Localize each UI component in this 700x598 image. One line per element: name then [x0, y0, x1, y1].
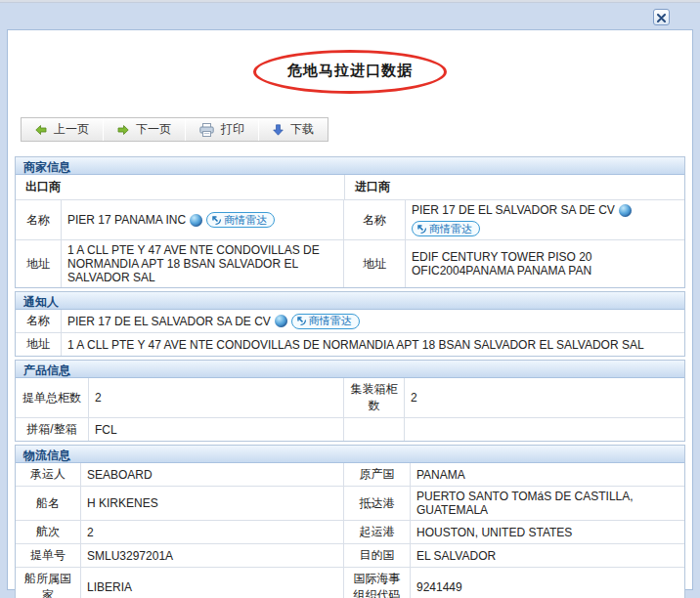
notify-address-value: 1 A CLL PTE Y 47 AVE NTE CONDOVILLAS DE …: [62, 333, 684, 356]
bl-total-value: 2: [89, 378, 344, 417]
detail-sections: 商家信息 出口商 进口商 名称 PIER 17 PANAMA INC 商情雷达 …: [15, 156, 685, 598]
imo-code-label: 国际海事组织代码: [344, 568, 411, 598]
arrival-port-label: 抵达港: [344, 487, 411, 520]
lcl-fcl-label: 拼箱/整箱: [16, 418, 89, 441]
globe-icon[interactable]: [275, 315, 287, 327]
radar-icon: [211, 215, 222, 226]
empty-value-cell: [405, 418, 684, 441]
importer-name-value: PIER 17 DE EL SALVADOR SA DE CV 商情雷达: [406, 200, 684, 239]
importer-name-label: 名称: [344, 200, 406, 239]
window-titlebar: [0, 3, 700, 29]
business-radar-badge[interactable]: 商情雷达: [412, 221, 480, 236]
globe-icon[interactable]: [190, 214, 202, 227]
vessel-flag-label: 船所属国家: [16, 568, 81, 598]
departure-port-value: HOUSTON, UNITED STATES: [411, 521, 684, 543]
close-icon: [657, 9, 666, 26]
arrival-port-value: PUERTO SANTO TOMáS DE CASTILLA, GUATEMAL…: [411, 487, 684, 520]
section-product-info: 产品信息 提单总柜数 2 集装箱柜数 2 拼箱/整箱 FCL: [15, 360, 685, 442]
notify-address-label: 地址: [16, 333, 62, 356]
logistics-row: 航次 2 起运港 HOUSTON, UNITED STATES: [16, 521, 684, 544]
lcl-fcl-row: 拼箱/整箱 FCL: [16, 418, 684, 441]
bl-number-value: SMLU3297201A: [81, 544, 344, 567]
exporter-name-value: PIER 17 PANAMA INC 商情雷达: [62, 200, 344, 239]
notify-section-header: 通知人: [16, 292, 684, 310]
exporter-address-label: 地址: [16, 240, 62, 287]
logistics-row: 船名 H KIRKENES 抵达港 PUERTO SANTO TOMáS DE …: [16, 487, 684, 521]
notify-name-value: PIER 17 DE EL SALVADOR SA DE CV 商情雷达: [62, 310, 684, 332]
logistics-row: 提单号 SMLU3297201A 目的国 EL SALVADOR: [16, 544, 684, 568]
logistics-section-header: 物流信息: [16, 446, 684, 463]
vessel-name-label: 船名: [16, 487, 81, 520]
business-radar-badge[interactable]: 商情雷达: [206, 212, 275, 228]
exporter-name-label: 名称: [16, 200, 62, 239]
print-button[interactable]: 打印: [186, 118, 258, 141]
bl-number-label: 提单号: [16, 544, 81, 567]
merchant-section-header: 商家信息: [16, 157, 684, 175]
prev-page-label: 上一页: [54, 121, 89, 138]
notify-name-row: 名称 PIER 17 DE EL SALVADOR SA DE CV 商情雷达: [16, 310, 684, 333]
section-notify-party: 通知人 名称 PIER 17 DE EL SALVADOR SA DE CV 商…: [15, 291, 685, 357]
merchant-name-row: 名称 PIER 17 PANAMA INC 商情雷达 名称 PIER 17 DE…: [16, 200, 684, 240]
close-button[interactable]: [653, 9, 670, 25]
exporter-header: 出口商: [16, 175, 345, 199]
notify-name-label: 名称: [16, 310, 62, 332]
red-ellipse-annotation: 危地马拉进口数据: [253, 50, 447, 94]
bl-total-label: 提单总柜数: [16, 378, 89, 417]
destination-country-value: EL SALVADOR: [411, 544, 684, 567]
destination-country-label: 目的国: [344, 544, 411, 567]
logistics-row: 承运人 SEABOARD 原产国 PANAMA: [16, 463, 684, 487]
prev-page-button[interactable]: 上一页: [22, 118, 103, 141]
vessel-name-value: H KIRKENES: [81, 487, 344, 520]
next-page-label: 下一页: [136, 121, 171, 138]
radar-icon: [296, 316, 307, 326]
logistics-row: 船所属国家 LIBERIA 国际海事组织代码 9241449: [16, 568, 684, 598]
importer-address-value: EDIF CENTURY TOWER PISO 20 OFIC2004PANAM…: [406, 240, 684, 287]
toolbar: 上一页 下一页 打印 下载: [21, 117, 328, 142]
globe-icon[interactable]: [619, 204, 632, 217]
dialog-body: 危地马拉进口数据 上一页 下一页: [7, 29, 693, 590]
container-count-label: 集装箱柜数: [344, 378, 405, 417]
vessel-flag-value: LIBERIA: [81, 568, 344, 598]
carrier-label: 承运人: [16, 463, 81, 486]
carrier-value: SEABOARD: [81, 463, 344, 486]
section-logistics-info: 物流信息 承运人 SEABOARD 原产国 PANAMA 船名 H KIRKEN…: [15, 445, 685, 598]
download-label: 下载: [290, 121, 314, 138]
title-area: 危地马拉进口数据: [15, 50, 685, 94]
business-radar-badge[interactable]: 商情雷达: [291, 314, 360, 329]
next-page-button[interactable]: 下一页: [104, 118, 185, 141]
merchant-subheader-row: 出口商 进口商: [16, 175, 684, 200]
printer-icon: [199, 123, 214, 137]
download-button[interactable]: 下载: [259, 118, 328, 141]
voyage-label: 航次: [16, 521, 81, 543]
importer-header: 进口商: [345, 175, 684, 199]
section-merchant-info: 商家信息 出口商 进口商 名称 PIER 17 PANAMA INC 商情雷达 …: [15, 156, 685, 288]
page-title: 危地马拉进口数据: [287, 62, 413, 78]
origin-country-label: 原产国: [344, 463, 411, 486]
exporter-address-value: 1 A CLL PTE Y 47 AVE NTE CONDOVILLAS DE …: [62, 240, 344, 287]
product-section-header: 产品信息: [16, 361, 684, 378]
imo-code-value: 9241449: [411, 568, 684, 598]
origin-country-value: PANAMA: [411, 463, 684, 486]
product-counts-row: 提单总柜数 2 集装箱柜数 2: [16, 378, 684, 418]
lcl-fcl-value: FCL: [89, 418, 344, 441]
importer-address-label: 地址: [344, 240, 406, 287]
radar-icon: [416, 224, 427, 235]
green-left-arrow-icon: [35, 124, 47, 136]
merchant-address-row: 地址 1 A CLL PTE Y 47 AVE NTE CONDOVILLAS …: [16, 240, 684, 287]
print-label: 打印: [221, 121, 244, 138]
blue-down-arrow-icon: [273, 124, 284, 136]
notify-address-row: 地址 1 A CLL PTE Y 47 AVE NTE CONDOVILLAS …: [16, 333, 684, 356]
empty-label-cell: [344, 418, 405, 441]
container-count-value: 2: [405, 378, 684, 417]
voyage-value: 2: [81, 521, 344, 543]
departure-port-label: 起运港: [344, 521, 411, 543]
green-right-arrow-icon: [117, 124, 129, 136]
